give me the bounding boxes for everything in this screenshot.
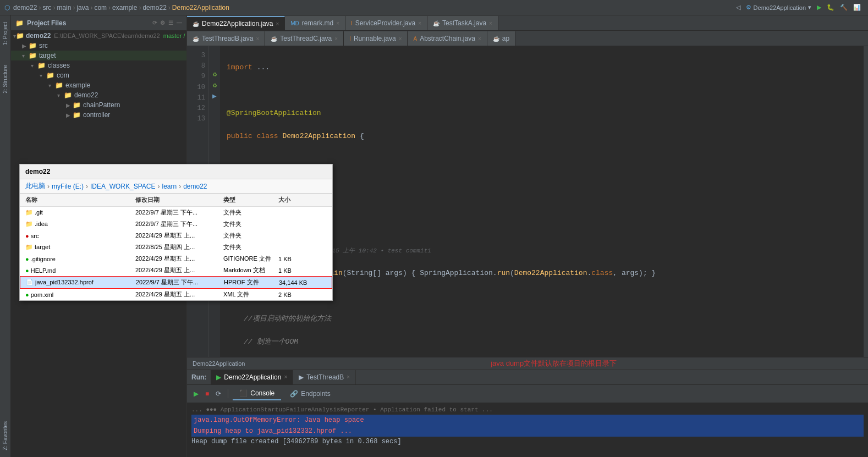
fm-row-target[interactable]: 📁 target 2022/8/25 星期四 上... 文件夹 — [20, 241, 332, 253]
tab-icon-testthreadb: ☕ — [193, 36, 199, 42]
panel-minimize-icon[interactable]: — — [177, 20, 182, 26]
run-config-btn[interactable]: ⚙ Demo22Application ▾ — [743, 3, 814, 12]
tab-label-runnable: Runnable.java — [354, 35, 396, 42]
tab-runnable[interactable]: I Runnable.java × — [344, 31, 408, 46]
activity-project[interactable]: 1: Project — [1, 18, 9, 49]
tab-testthreadb[interactable]: ☕ TestThreadB.java × — [187, 31, 265, 46]
tab-close-testthreadb[interactable]: × — [256, 36, 259, 42]
tree-demo22-sub[interactable]: ▾ 📁 demo22 — [11, 90, 186, 100]
activity-bar: 1: Project 2: Structure Z: Favorites — [0, 15, 11, 457]
fm-row-hprof[interactable]: 📄 java_pid132332.hprof 2022/9/7 星期三 下午..… — [20, 276, 332, 289]
breadcrumb-demo22[interactable]: demo22 — [13, 4, 37, 12]
gutter-10[interactable]: ♻ — [209, 82, 220, 93]
tree-chainpattern[interactable]: ▶ 📁 chainPattern — [11, 100, 186, 110]
breadcrumb-sep-6: › — [139, 4, 141, 12]
tab-testthreadc[interactable]: ☕ TestThreadC.java × — [265, 31, 344, 46]
demo22-sub-label: demo22 — [74, 91, 98, 99]
tab-icon-abstractchain: A — [413, 36, 417, 42]
code-import: import ... — [227, 62, 857, 74]
tab-close-demo22app[interactable]: × — [276, 21, 279, 27]
tab-ap[interactable]: ☕ ap — [487, 31, 515, 46]
example-folder-icon: 📁 — [55, 81, 64, 89]
debug-btn[interactable]: 🐛 — [824, 3, 837, 12]
tab-remarkmd[interactable]: MD remark.md × — [285, 16, 345, 30]
run-tab-close-demo22app[interactable]: × — [284, 374, 287, 380]
breadcrumb-sep-1: › — [39, 4, 41, 12]
run-stop-btn[interactable]: ■ — [203, 389, 211, 399]
gutter-10b[interactable]: ▶ — [209, 93, 220, 103]
fm-col-type[interactable]: 类型 — [223, 196, 278, 204]
tab-close-testthreadc[interactable]: × — [334, 36, 338, 42]
fm-addr-idea[interactable]: IDEA_WORK_SPACE — [90, 183, 155, 190]
fm-row-idea[interactable]: 📁 .idea 2022/9/7 星期三 下午... 文件夹 — [20, 218, 332, 230]
nav-back-btn[interactable]: ◁ — [733, 3, 743, 12]
run-play-btn[interactable]: ▶ — [191, 389, 201, 399]
run-tab-demo22app[interactable]: ▶ Demo22Application × — [211, 370, 293, 384]
tab-abstractchain[interactable]: A AbstractChain.java × — [408, 31, 487, 46]
breadcrumb-demo22-2[interactable]: demo22 — [142, 4, 166, 12]
panel-sync-icon[interactable]: ⟳ — [152, 20, 157, 26]
fm-row-gitignore[interactable]: ● .gitignore 2022/4/29 星期五 上... GITIGNOR… — [20, 253, 332, 265]
editor-scrollbar[interactable] — [864, 46, 868, 357]
fm-row-git[interactable]: 📁 .git 2022/9/7 星期三 下午... 文件夹 — [20, 207, 332, 218]
panel-header: 📁 Project Files ⟳ ⚙ ☰ — — [11, 15, 186, 31]
project-folder-icon: 📁 — [15, 19, 24, 27]
panel-gear-icon[interactable]: ⚙ — [160, 20, 165, 26]
tree-example[interactable]: ▾ 📁 example — [11, 80, 186, 90]
console-icon: ⬛ — [239, 389, 248, 397]
fm-table-body: 📁 .git 2022/9/7 星期三 下午... 文件夹 📁 .idea 20… — [20, 207, 332, 300]
fm-addr-myfile[interactable]: myFile (E:) — [52, 183, 84, 190]
fm-type-idea: 文件夹 — [223, 220, 278, 228]
fm-col-name[interactable]: 名称 — [25, 196, 135, 204]
tab-label-testthreadb: TestThreadB.java — [202, 35, 253, 42]
profile-btn[interactable]: 📊 — [850, 3, 864, 12]
tree-controller[interactable]: ▶ 📁 controller — [11, 110, 186, 120]
tab-close-serviceprovider[interactable]: × — [418, 20, 421, 26]
tab-close-testtaska[interactable]: × — [489, 20, 492, 26]
run-config-label: Demo22Application — [754, 4, 806, 11]
breadcrumb-sep-7: › — [168, 4, 171, 12]
breadcrumb-example[interactable]: example — [112, 4, 137, 12]
run-btn[interactable]: ▶ — [814, 3, 824, 12]
panel-settings-icon[interactable]: ☰ — [168, 20, 173, 26]
gutter-9[interactable]: ♻ — [209, 71, 220, 82]
breadcrumb-java[interactable]: java — [76, 4, 89, 12]
tree-root[interactable]: ▾ 📁 demo22 E:\IDEA_WORK_SPACE\learn\demo… — [11, 31, 186, 41]
tree-com[interactable]: ▾ 📁 com — [11, 70, 186, 80]
fm-col-date[interactable]: 修改日期 — [135, 196, 223, 204]
tab-close-remarkmd[interactable]: × — [336, 20, 339, 26]
activity-favorites[interactable]: Z: Favorites — [1, 417, 9, 455]
tab-close-runnable[interactable]: × — [399, 36, 402, 42]
run-subtab-console[interactable]: ⬛ Console — [233, 387, 281, 400]
breadcrumb-main[interactable]: main — [57, 4, 71, 12]
run-subtab-endpoints[interactable]: 🔗 Endpoints — [283, 387, 337, 400]
tree-target[interactable]: ▾ 📁 target — [11, 51, 186, 60]
run-rerun-btn[interactable]: ⟳ — [213, 389, 223, 399]
tree-src[interactable]: ▶ 📁 src — [11, 41, 186, 51]
console-area[interactable]: ... ●●● ApplicationStartupFailureAnalysi… — [187, 403, 868, 457]
run-tab-testthreadb[interactable]: ▶ TestThreadB × — [293, 370, 356, 384]
target-arrow: ▾ — [22, 53, 29, 59]
breadcrumb-class[interactable]: Demo22Application — [172, 4, 229, 12]
breadcrumb-src[interactable]: src — [42, 4, 51, 12]
tab-icon-ap: ☕ — [493, 36, 499, 42]
tab-close-abstractchain[interactable]: × — [478, 36, 481, 42]
tab-testtaska[interactable]: ☕ TestTaskA.java × — [427, 16, 498, 30]
fm-row-src[interactable]: ● src 2022/4/29 星期五 上... 文件夹 — [20, 230, 332, 241]
classes-arrow: ▾ — [31, 63, 37, 69]
fm-col-size[interactable]: 大小 — [278, 196, 322, 204]
fm-file-name-git: 📁 .git — [25, 209, 135, 216]
tab-demo22app[interactable]: ☕ Demo22Application.java × — [187, 16, 285, 30]
breadcrumb-com[interactable]: com — [94, 4, 107, 12]
run-tab-close-testthreadb[interactable]: × — [347, 374, 350, 380]
fm-addr-root[interactable]: 此电脑 — [25, 181, 45, 191]
fm-row-helpmd[interactable]: ● HELP.md 2022/4/29 星期五 上... Markdown 文档… — [20, 265, 332, 276]
fm-addr-learn[interactable]: learn — [162, 183, 177, 190]
activity-structure[interactable]: 2: Structure — [1, 60, 9, 98]
build-btn[interactable]: 🔨 — [837, 3, 850, 12]
root-name: demo22 — [26, 32, 51, 40]
fm-addr-demo22[interactable]: demo22 — [183, 183, 207, 190]
fm-row-pomxml[interactable]: ● pom.xml 2022/4/29 星期五 上... XML 文件 2 KB — [20, 289, 332, 300]
tree-classes[interactable]: ▾ 📁 classes — [11, 60, 186, 70]
tab-serviceprovider[interactable]: I ServiceProvider.java × — [345, 16, 427, 30]
